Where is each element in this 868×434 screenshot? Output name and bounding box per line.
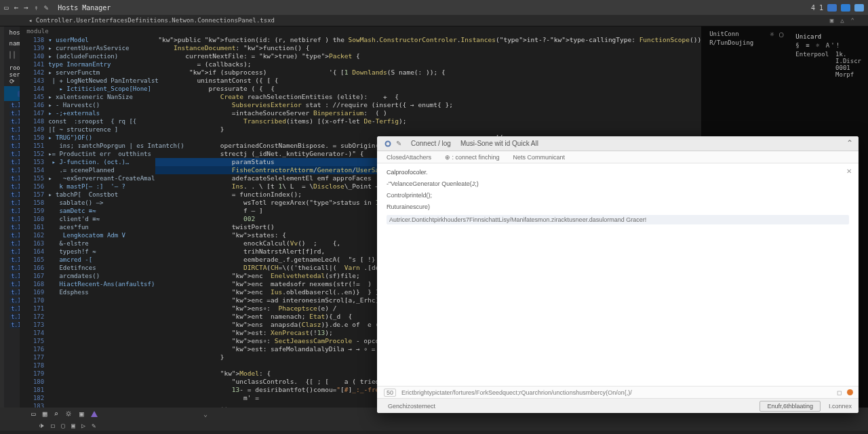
info-icon-sun[interactable]: ☼ <box>770 31 774 38</box>
connect-popup: ✎ Connect / log Musi-Sone wit id Quick A… <box>377 136 859 413</box>
side-gutter-row: t.1 <box>4 191 20 199</box>
info-tab-a[interactable]: UnitConn <box>709 31 753 37</box>
code-line[interactable]: pressurate ( { { <box>155 85 701 93</box>
dbg-edit-icon[interactable]: ✎ <box>92 422 96 429</box>
popup-tab-closed[interactable]: ClosedAttachers <box>387 154 431 161</box>
side-gutter-row: t.1 <box>4 313 20 321</box>
status-bar <box>0 431 868 434</box>
gutter-badge: t.1 <box>9 290 20 296</box>
tool-grid-icon[interactable]: ▦ <box>43 410 47 418</box>
code-line[interactable]: uninstantConst ({ [ { <box>155 77 701 85</box>
info-tab-b[interactable]: Unicard <box>795 33 821 40</box>
popup-tab-connect[interactable]: ⊕ : connect finching <box>445 154 500 161</box>
sidepanel-ns: namespaces <box>4 37 20 48</box>
dbg-next-icon[interactable]: ▷ <box>81 422 85 429</box>
popup-path-badge: 50 <box>384 389 396 397</box>
tool-search-icon[interactable]: ⌕ <box>54 410 58 418</box>
side-gutter-row: t.1 <box>4 134 20 142</box>
editor-caret-indicator: ⌄ <box>203 410 208 418</box>
popup-path[interactable]: Erictbrightypictater/fortures/ForkSeedqu… <box>401 389 632 396</box>
popup-close-icon[interactable]: ✕ <box>846 167 852 175</box>
popup-cancel-link[interactable]: I.connex <box>829 403 852 410</box>
sidepanel-section-outline[interactable]: root…server.js ⟳ <box>9 64 20 85</box>
gutter-badge: t.1 <box>9 298 20 304</box>
editor-tab-active[interactable]: ◂ Controller.UserInterfacesDefinitions.N… <box>28 17 275 24</box>
edit-icon[interactable]: ✎ <box>44 3 49 12</box>
side-gutter-row: t.1 <box>4 280 20 288</box>
code-line[interactable]: Transcribed(items) [(x-off-let De-Terfig… <box>155 117 701 125</box>
code-line[interactable]: Create reachSelectionEntities (elite): +… <box>155 93 701 101</box>
code-line[interactable]: currentNextFile: = "kw">true) "type">Pac… <box>155 52 701 60</box>
nav-fwd-icon[interactable]: → <box>24 3 28 12</box>
svg-point-1 <box>387 142 390 145</box>
dbg-play-icon[interactable]: ▢ <box>61 422 65 429</box>
code-line[interactable]: "kw">public "kw">function(id: (r, netbir… <box>155 36 701 44</box>
side-gutter-row: t.1 <box>4 182 20 191</box>
layout-pill-a[interactable] <box>827 4 837 12</box>
side-gutter-row: t.1 <box>4 215 20 223</box>
gutter-badge: t.1 <box>9 200 20 206</box>
nav-back-icon[interactable]: ← <box>14 3 19 12</box>
info-icon-frame[interactable]: ▢ <box>779 31 783 38</box>
gutter-badge: t.1 <box>9 257 20 263</box>
popup-line-1[interactable]: Calproofocoler. <box>387 169 849 176</box>
gutter-badge: t.1 <box>9 273 20 279</box>
side-gutter-row: t.1 <box>4 109 20 117</box>
popup-tab-nets[interactable]: Nets Communicant <box>513 154 566 161</box>
popup-line-4[interactable]: Ruturainescure) <box>387 203 849 210</box>
view-toggle-b[interactable] <box>14 51 15 59</box>
side-gutter-row: t.1 <box>4 248 20 256</box>
side-panel: hosts namespaces root…server.js ⟳ src - … <box>4 26 20 408</box>
nav-up-icon[interactable]: ↟ <box>34 3 39 12</box>
popup-title-b: Musi-Sone wit id Quick All <box>460 140 538 147</box>
dbg-stop-icon[interactable]: ◻ <box>51 422 55 429</box>
view-toggle-a[interactable] <box>9 51 11 59</box>
code-line[interactable]: "kw">if (subprocess) '{ [1 Downlands(S n… <box>155 68 701 77</box>
gutter-badge: t.1 <box>9 159 20 165</box>
gutter-badge: t.1 <box>9 143 20 149</box>
info-row2-a: § ≡ ☼ A'! <box>795 42 861 49</box>
layout-pill-c[interactable] <box>854 4 864 12</box>
gutter-badge: t.1 <box>9 127 20 133</box>
layout-pill-b[interactable] <box>841 4 850 12</box>
tool-terminal-icon[interactable]: ▭ <box>31 410 36 418</box>
side-gutter-row: t.1 <box>4 304 20 313</box>
gutter-badge: t.1 <box>9 184 20 190</box>
side-gutter-row: t.1 <box>4 296 20 304</box>
breadcrumb[interactable]: module <box>20 26 701 36</box>
side-gutter-row: t.1 <box>4 239 20 248</box>
window-title: Hosts Manager <box>58 4 111 12</box>
tool-run-icon[interactable] <box>91 411 98 417</box>
notification-counter: 4 1 <box>811 4 823 12</box>
gutter-badge: t.1 <box>9 314 20 320</box>
popup-line-5-highlight[interactable]: Autricer.Dontichtpirkhouders7Finnsichatt… <box>387 215 849 224</box>
side-gutter-row: t.1 <box>4 264 20 272</box>
side-gutter-row: t.1 <box>4 117 20 125</box>
dbg-speaker-icon[interactable]: 🕩 <box>38 422 45 429</box>
popup-line-3[interactable]: Controlprinteld(); <box>387 192 849 199</box>
tree-node-src[interactable]: src - subindexed.ts 3 <box>4 86 20 101</box>
tool-gear-icon[interactable]: ⛭ <box>65 410 73 418</box>
tool-debug-icon[interactable]: ▣ <box>79 410 84 418</box>
popup-collapse-icon[interactable]: ⌃ <box>846 138 853 148</box>
code-line[interactable]: InstanceDocument: "kw">function() { <box>155 44 701 52</box>
popup-pencil-icon[interactable]: ✎ <box>396 140 401 147</box>
gutter-badge: t.1 <box>9 151 20 157</box>
tab-action-split[interactable]: ▣ <box>830 17 833 24</box>
info-stat-a: Enterpool <box>795 51 829 78</box>
popup-accept-button[interactable]: Enufr,6thblaating <box>760 401 821 412</box>
tab-action-triangle[interactable]: △ <box>840 17 844 24</box>
side-gutter-row: t.1 <box>4 142 20 150</box>
tab-action-collapse[interactable]: ⌃ <box>851 17 854 24</box>
popup-path-fullscreen-icon[interactable]: ◻ <box>837 389 842 396</box>
side-gutter-row: t.1 <box>4 272 20 280</box>
code-line[interactable]: =intacheSourceServer Binpersiarium: ( ) <box>155 109 701 117</box>
app-menu-icon[interactable]: ▭ <box>4 3 9 12</box>
popup-line-2[interactable]: -"VelanceGenerator Quenleate(J;) <box>387 180 849 187</box>
code-line[interactable]: SubserviesExterior stat : //require (ins… <box>155 101 701 109</box>
info-stat-b: 1k. I.Discr 0001 Morpf <box>835 51 861 78</box>
dbg-step-icon[interactable]: ▣ <box>71 422 75 429</box>
code-line[interactable]: = (callbacks); <box>155 60 701 68</box>
code-line[interactable]: } <box>155 125 701 134</box>
gutter-badge: t.1 <box>9 216 20 222</box>
